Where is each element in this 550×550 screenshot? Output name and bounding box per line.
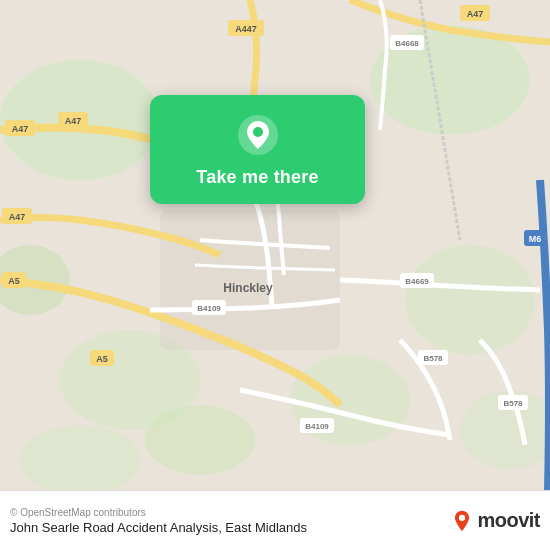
svg-text:B4668: B4668 [395,39,419,48]
svg-text:B4109: B4109 [305,422,329,431]
svg-text:A47: A47 [65,116,82,126]
popup-card[interactable]: Take me there [150,95,365,204]
svg-text:A5: A5 [8,276,20,286]
svg-text:B578: B578 [503,399,523,408]
svg-point-6 [145,405,255,475]
svg-text:B4109: B4109 [197,304,221,313]
location-pin-icon [236,113,280,157]
moovit-pin-icon [451,510,473,532]
svg-point-42 [459,514,465,520]
svg-text:Hinckley: Hinckley [223,281,273,295]
location-label: John Searle Road Accident Analysis, East… [10,520,451,535]
svg-text:M6: M6 [529,234,542,244]
bottom-text-group: © OpenStreetMap contributors John Searle… [10,507,451,535]
bottom-bar: © OpenStreetMap contributors John Searle… [0,490,550,550]
svg-text:A47: A47 [467,9,484,19]
osm-attribution: © OpenStreetMap contributors [10,507,451,518]
moovit-brand-text: moovit [477,509,540,532]
svg-text:B4669: B4669 [405,277,429,286]
svg-text:A47: A47 [9,212,26,222]
svg-text:A447: A447 [235,24,257,34]
map-container: A447 A47 B4668 A47 A47 A47 A5 A5 B4109 B… [0,0,550,490]
svg-point-3 [405,245,535,355]
svg-point-41 [253,127,263,137]
take-me-there-button[interactable]: Take me there [196,167,318,188]
svg-text:A47: A47 [12,124,29,134]
svg-text:A5: A5 [96,354,108,364]
map-background: A447 A47 B4668 A47 A47 A47 A5 A5 B4109 B… [0,0,550,490]
svg-text:B578: B578 [423,354,443,363]
moovit-logo: moovit [451,509,540,532]
